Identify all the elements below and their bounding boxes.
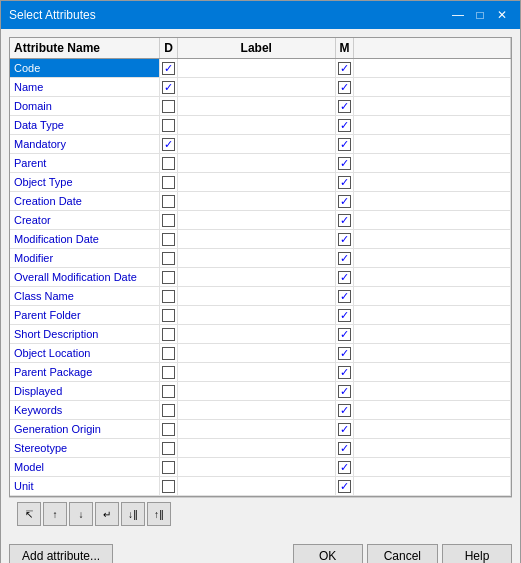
cell-m-check[interactable]: ✓ [336, 344, 354, 362]
move-up-button[interactable]: ↑ [43, 502, 67, 526]
cell-d-check[interactable] [160, 344, 178, 362]
table-body[interactable]: Code✓✓Name✓✓Domain✓Data Type✓Mandatory✓✓… [10, 59, 511, 496]
add-attribute-button[interactable]: Add attribute... [9, 544, 113, 563]
cell-d-check[interactable] [160, 363, 178, 381]
cell-d-check[interactable] [160, 97, 178, 115]
footer: Add attribute... OK Cancel Help [1, 538, 520, 563]
table-row[interactable]: Object Location✓ [10, 344, 511, 363]
cell-label [178, 78, 336, 96]
table-row[interactable]: Domain✓ [10, 97, 511, 116]
cell-label [178, 363, 336, 381]
help-button[interactable]: Help [442, 544, 512, 563]
cell-m-check[interactable]: ✓ [336, 382, 354, 400]
table-row[interactable]: Parent✓ [10, 154, 511, 173]
cell-d-check[interactable] [160, 477, 178, 495]
close-button[interactable]: ✕ [492, 5, 512, 25]
cell-m-check[interactable]: ✓ [336, 154, 354, 172]
cell-d-check[interactable]: ✓ [160, 59, 178, 77]
cell-extra [354, 192, 512, 210]
cell-m-check[interactable]: ✓ [336, 401, 354, 419]
cell-m-check[interactable]: ✓ [336, 325, 354, 343]
table-row[interactable]: Parent Package✓ [10, 363, 511, 382]
bottom-bar: ↸ ↑ ↓ ↵ ↓‖ ↑‖ [9, 497, 512, 530]
move-first-button[interactable]: ↸ [17, 502, 41, 526]
table-row[interactable]: Overall Modification Date✓ [10, 268, 511, 287]
cell-label [178, 249, 336, 267]
cell-extra [354, 401, 512, 419]
cell-d-check[interactable] [160, 325, 178, 343]
cell-m-check[interactable]: ✓ [336, 135, 354, 153]
cell-d-check[interactable] [160, 154, 178, 172]
cell-m-check[interactable]: ✓ [336, 97, 354, 115]
cell-extra [354, 97, 512, 115]
table-row[interactable]: Object Type✓ [10, 173, 511, 192]
table-row[interactable]: Class Name✓ [10, 287, 511, 306]
cell-m-check[interactable]: ✓ [336, 306, 354, 324]
minimize-button[interactable]: — [448, 5, 468, 25]
cell-m-check[interactable]: ✓ [336, 211, 354, 229]
cell-m-check[interactable]: ✓ [336, 59, 354, 77]
sort-desc-button[interactable]: ↑‖ [147, 502, 171, 526]
cell-m-check[interactable]: ✓ [336, 268, 354, 286]
move-last-button[interactable]: ↵ [95, 502, 119, 526]
cell-d-check[interactable] [160, 211, 178, 229]
cell-m-check[interactable]: ✓ [336, 173, 354, 191]
cell-attr-name: Object Location [10, 344, 160, 362]
cell-d-check[interactable] [160, 268, 178, 286]
cell-extra [354, 78, 512, 96]
cell-d-check[interactable] [160, 306, 178, 324]
cell-d-check[interactable] [160, 439, 178, 457]
cell-m-check[interactable]: ✓ [336, 439, 354, 457]
table-row[interactable]: Creator✓ [10, 211, 511, 230]
cancel-button[interactable]: Cancel [367, 544, 438, 563]
table-header: Attribute Name D Label M [10, 38, 511, 59]
table-row[interactable]: Keywords✓ [10, 401, 511, 420]
maximize-button[interactable]: □ [470, 5, 490, 25]
table-row[interactable]: Parent Folder✓ [10, 306, 511, 325]
cell-extra [354, 287, 512, 305]
cell-m-check[interactable]: ✓ [336, 78, 354, 96]
table-row[interactable]: Data Type✓ [10, 116, 511, 135]
cell-d-check[interactable] [160, 230, 178, 248]
table-row[interactable]: Code✓✓ [10, 59, 511, 78]
cell-m-check[interactable]: ✓ [336, 287, 354, 305]
move-down-button[interactable]: ↓ [69, 502, 93, 526]
table-row[interactable]: Creation Date✓ [10, 192, 511, 211]
cell-attr-name: Parent [10, 154, 160, 172]
cell-d-check[interactable] [160, 173, 178, 191]
table-row[interactable]: Generation Origin✓ [10, 420, 511, 439]
cell-m-check[interactable]: ✓ [336, 230, 354, 248]
cell-attr-name: Modification Date [10, 230, 160, 248]
cell-d-check[interactable]: ✓ [160, 78, 178, 96]
cell-d-check[interactable] [160, 192, 178, 210]
ok-button[interactable]: OK [293, 544, 363, 563]
cell-d-check[interactable] [160, 249, 178, 267]
cell-d-check[interactable]: ✓ [160, 135, 178, 153]
cell-d-check[interactable] [160, 420, 178, 438]
cell-d-check[interactable] [160, 382, 178, 400]
cell-m-check[interactable]: ✓ [336, 192, 354, 210]
table-row[interactable]: Modifier✓ [10, 249, 511, 268]
table-row[interactable]: Short Description✓ [10, 325, 511, 344]
cell-m-check[interactable]: ✓ [336, 249, 354, 267]
cell-m-check[interactable]: ✓ [336, 477, 354, 495]
table-row[interactable]: Displayed✓ [10, 382, 511, 401]
sort-asc-button[interactable]: ↓‖ [121, 502, 145, 526]
title-bar: Select Attributes — □ ✕ [1, 1, 520, 29]
table-row[interactable]: Mandatory✓✓ [10, 135, 511, 154]
table-row[interactable]: Modification Date✓ [10, 230, 511, 249]
cell-d-check[interactable] [160, 116, 178, 134]
cell-m-check[interactable]: ✓ [336, 458, 354, 476]
cell-attr-name: Unit [10, 477, 160, 495]
cell-m-check[interactable]: ✓ [336, 363, 354, 381]
cell-d-check[interactable] [160, 287, 178, 305]
cell-m-check[interactable]: ✓ [336, 116, 354, 134]
cell-d-check[interactable] [160, 458, 178, 476]
cell-d-check[interactable] [160, 401, 178, 419]
table-row[interactable]: Unit✓ [10, 477, 511, 496]
table-row[interactable]: Name✓✓ [10, 78, 511, 97]
table-row[interactable]: Model✓ [10, 458, 511, 477]
cell-m-check[interactable]: ✓ [336, 420, 354, 438]
header-attr-name: Attribute Name [10, 38, 160, 58]
table-row[interactable]: Stereotype✓ [10, 439, 511, 458]
